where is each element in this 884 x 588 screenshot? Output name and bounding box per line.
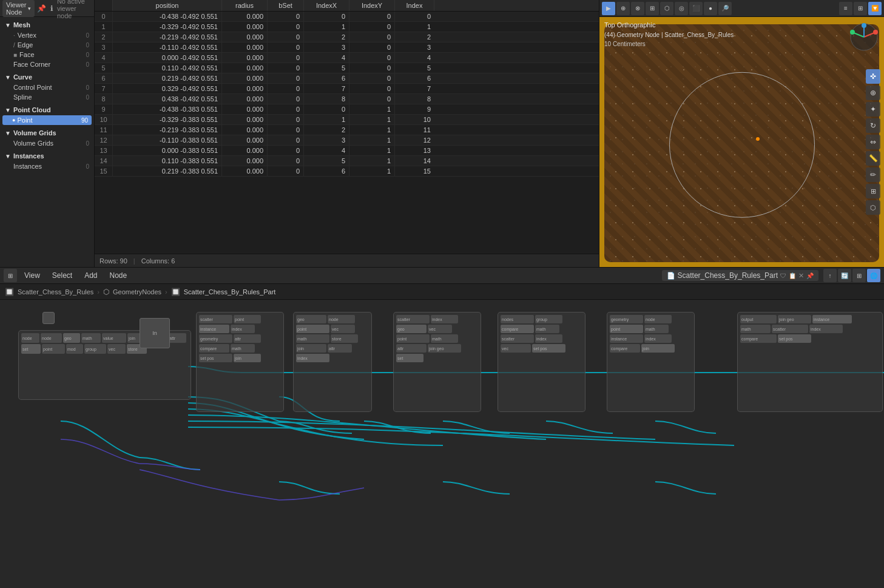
viewport-toolbar: ▶ ⊕ ⊗ ⊞ ⬡ ◎ ⬛ ● 🔎 ≡ ⊞ 🔽 [599,0,884,17]
node-editor[interactable]: node node geo math value join index attr… [0,300,884,588]
col-header-position[interactable]: position [113,0,222,11]
tab-shield-icon[interactable]: 🛡 [780,272,786,279]
gizmo-move[interactable]: ✦ [866,102,880,117]
nebar-view[interactable]: View [19,270,45,281]
gizmo-rotate[interactable]: ↻ [866,118,880,133]
sidebar-item-instances[interactable]: Instances 0 [0,161,94,171]
svg-text:X: X [874,30,877,35]
tab-close-icon[interactable]: ✕ [798,272,804,280]
spreadsheet-body: 0 -0.438 -0.492 0.551 0.000 0 0 0 0 1 -0… [95,12,599,254]
ned-icon2[interactable]: 🔄 [838,269,851,282]
gizmo-icon4[interactable]: ⬡ [660,2,673,15]
gizmo-box[interactable]: ⬡ [866,200,880,215]
axes-widget: X Y Z [849,22,879,52]
sidebar-item-vertex[interactable]: · Vertex 0 [0,30,94,40]
section-curve: ▼ Curve Control Point 0 Spline 0 [0,69,94,102]
sidebar-item-volume-grids[interactable]: Volume Grids 0 [0,138,94,148]
gizmo-cursor[interactable]: ⊕ [866,86,880,100]
node-group-7[interactable]: output join geo instance math scatter in… [737,312,883,412]
col-header-radius[interactable]: radius [222,0,268,11]
table-row: 4 0.000 -0.492 0.551 0.000 0 4 0 4 [95,53,599,63]
viewport-extra1[interactable]: ≡ [839,2,852,15]
gizmo-icon1[interactable]: ⊕ [616,2,630,15]
nebar-add[interactable]: Add [79,270,102,281]
viewport-label: Top Orthographic (44) Geometry Node | Sc… [604,20,734,49]
curve-header: ▼ Curve [0,72,94,83]
viewport-label-geo: (44) Geometry Node | Scatter_Chess_By_Ru… [604,30,734,39]
node-input[interactable]: In [140,318,170,348]
sidebar-item-edge[interactable]: / Edge 0 [0,40,94,50]
node-tab[interactable]: 📄 Scatter_Chess_By_Rules_Part 🛡 📋 ✕ 📌 [662,270,818,281]
gizmo-icon7[interactable]: ● [704,2,717,15]
section-mesh: ▼ Mesh · Vertex 0 / Edge 0 ■ Face 0 Face… [0,17,94,69]
gizmo-icon5[interactable]: ◎ [675,2,688,15]
point-cloud-header: ▼ Point Cloud [0,104,94,115]
breadcrumb-item2[interactable]: GeometryNodes [113,288,161,296]
viewport-extra2[interactable]: ⊞ [854,2,867,15]
spreadsheet-header: position radius bSet IndexX IndexY Index [95,0,599,12]
table-row: 2 -0.219 -0.492 0.551 0.000 0 2 0 2 [95,32,599,42]
col-header-index [95,0,113,11]
gizmo-annotate[interactable]: ✏ [866,167,880,182]
ned-icon1[interactable]: ↑ [823,269,837,282]
col-header-bset[interactable]: bSet [268,0,304,11]
node-group-2[interactable]: scatter point instance index geometry at… [196,312,284,412]
gizmo-icon6[interactable]: ⬛ [689,2,703,15]
nebar-node[interactable]: Node [105,270,132,281]
table-row: 3 -0.110 -0.492 0.551 0.000 0 3 0 3 [95,42,599,53]
node-group-5[interactable]: nodes group compare math scatter index v… [498,312,585,412]
gizmos-column: ✜ ⊕ ✦ ↻ ⇔ 📏 ✏ ⊞ ⬡ [866,69,880,215]
svg-text:Y: Y [851,30,854,35]
node-group-3[interactable]: geo node point vec math store join attr … [293,312,372,412]
breadcrumb: 🔲 Scatter_Chess_By_Rules › ⬡ GeometryNod… [0,284,884,300]
table-row: 7 0.329 -0.492 0.551 0.000 0 7 0 7 [95,84,599,94]
tab-copy-icon[interactable]: 📋 [789,272,796,279]
node-group-4[interactable]: scatter index geo vec point math attr jo… [393,312,481,412]
nebar-select[interactable]: Select [47,270,77,281]
table-row: 11 -0.219 -0.383 0.551 0.000 0 2 1 11 [95,125,599,135]
info-icon[interactable]: ℹ [49,3,54,14]
table-row: 10 -0.329 -0.383 0.551 0.000 0 1 1 10 [95,115,599,125]
col-header-indexx[interactable]: IndexX [304,0,349,11]
node-small-top[interactable] [42,312,55,324]
breadcrumb-item3[interactable]: Scatter_Chess_By_Rules_Part [184,288,276,296]
gizmo-icon3[interactable]: ⊞ [646,2,659,15]
sidebar-item-face-corner[interactable]: Face Corner 0 [0,59,94,69]
node-group-6[interactable]: geometry node point math instance index … [607,312,695,412]
gizmo-icon2[interactable]: ⊗ [631,2,644,15]
node-view-icon[interactable]: ⊞ [4,269,17,282]
gizmo-select[interactable]: ✜ [866,69,880,84]
gizmo-icon8[interactable]: 🔎 [718,2,732,15]
sidebar-item-control-point[interactable]: Control Point 0 [0,83,94,92]
active-node-label: No active viewer node [57,0,92,19]
selected-point [756,137,760,141]
section-instances: ▼ Instances Instances 0 [0,148,94,171]
node-tab-label: Scatter_Chess_By_Rules_Part [678,271,778,280]
sidebar-item-point[interactable]: ● Point 90 [2,115,92,125]
col-header-index2[interactable]: Index [395,0,434,11]
columns-count: Columns: 6 [141,257,175,265]
spreadsheet-footer: Rows: 90 | Columns: 6 [95,254,599,267]
gizmo-scale[interactable]: ⇔ [866,135,880,149]
viewport-3d[interactable]: Top Orthographic (44) Geometry Node | Sc… [599,17,884,267]
gizmo-ruler[interactable]: 📏 [866,151,880,166]
ned-icon4[interactable]: 🌐 [867,269,880,282]
breadcrumb-item1[interactable]: Scatter_Chess_By_Rules [18,288,93,296]
breadcrumb-sep1: › [97,288,100,296]
table-row: 15 0.219 -0.383 0.551 0.000 0 6 1 15 [95,166,599,177]
viewport-filter-icon[interactable]: 🔽 [868,2,882,15]
viewer-node-dropdown[interactable]: Viewer Node ▾ [2,0,35,17]
rows-count: Rows: 90 [100,257,127,265]
table-row: 13 0.000 -0.383 0.551 0.000 0 4 1 13 [95,146,599,156]
gizmo-grid[interactable]: ⊞ [866,184,880,198]
sidebar-item-spline[interactable]: Spline 0 [0,92,94,102]
sidebar-item-face[interactable]: ■ Face 0 [0,50,94,59]
col-header-indexy[interactable]: IndexY [349,0,395,11]
volume-grids-header: ▼ Volume Grids [0,127,94,138]
pin-icon[interactable]: 📌 [37,3,46,14]
instances-header: ▼ Instances [0,150,94,161]
node-editor-topbar: ⊞ View Select Add Node 📄 Scatter_Chess_B… [0,267,884,284]
tab-pin-icon[interactable]: 📌 [806,272,814,279]
mode-icon[interactable]: ▶ [602,2,615,15]
ned-icon3[interactable]: ⊞ [852,269,866,282]
